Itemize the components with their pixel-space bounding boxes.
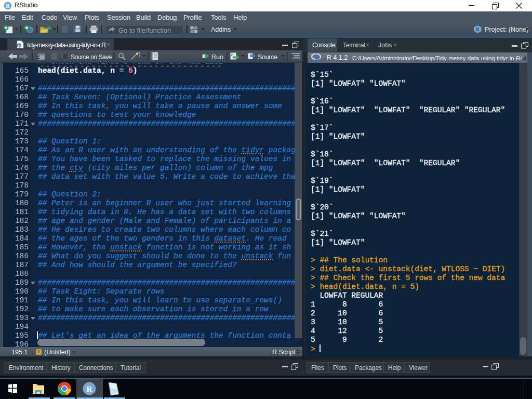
svg-text:R: R xyxy=(18,44,21,48)
svg-text:R: R xyxy=(87,385,92,393)
svg-text:R: R xyxy=(6,3,10,9)
svg-text:R: R xyxy=(476,27,480,32)
svg-text:R: R xyxy=(315,55,320,62)
